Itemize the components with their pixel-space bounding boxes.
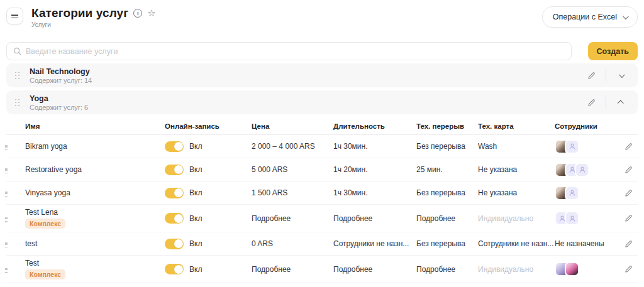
chevron-up-icon (617, 100, 623, 106)
service-name: Test (25, 259, 165, 268)
edit-service-button[interactable] (618, 185, 639, 201)
online-booking-toggle[interactable] (165, 239, 184, 249)
price-cell: 0 ARS (252, 239, 333, 248)
edit-service-button[interactable] (618, 161, 639, 178)
category-row[interactable]: Nail TechnologyСодержит услуг: 14 (6, 63, 638, 87)
tech-break-cell: Подробнее (416, 265, 478, 274)
column-header: Имя (25, 122, 165, 130)
online-booking-cell: Вкл (165, 213, 252, 224)
drag-handle-icon[interactable] (15, 99, 19, 106)
online-booking-toggle[interactable] (165, 213, 184, 224)
search-box[interactable] (6, 42, 572, 60)
service-row: testВкл0 ARSСотрудники не назн...Без пер… (6, 232, 638, 256)
category-row[interactable]: YogaСодержит услуг: 6 (6, 90, 638, 114)
edit-service-button[interactable] (618, 210, 639, 227)
pencil-icon (587, 99, 596, 107)
category-count: Содержит услуг: 6 (30, 104, 88, 111)
category-count: Содержит услуг: 14 (30, 77, 92, 84)
staff-cell (555, 186, 618, 200)
toggle-state-label: Вкл (189, 214, 202, 223)
person-icon (569, 189, 576, 197)
service-row: Vinyasa yogaВкл1 500 ARS1ч 30мин.Без пер… (6, 181, 638, 205)
employee-avatar-placeholder (575, 163, 589, 177)
expand-category-button[interactable] (610, 67, 631, 84)
top-bar: Категории услуг i ☆ Услуги Операции с Ex… (6, 6, 638, 35)
edit-service-button[interactable] (618, 261, 639, 278)
service-name: test (25, 239, 165, 248)
service-name-cell: test (25, 239, 165, 248)
online-booking-toggle[interactable] (165, 165, 184, 175)
service-name: Bikram yoga (25, 142, 165, 151)
pencil-icon (625, 265, 633, 273)
service-row: Restorative yogaВкл5 000 ARS1ч 20мин.25 … (6, 158, 638, 181)
table-body: Bikram yogaВкл2 000 – 4 000 ARS1ч 30мин.… (6, 135, 638, 283)
employee-avatar-placeholder (565, 186, 579, 200)
toggle-state-label: Вкл (189, 142, 202, 151)
pencil-icon (587, 72, 596, 80)
online-booking-cell: Вкл (165, 165, 252, 175)
staff-cell (555, 139, 618, 154)
pencil-icon (625, 240, 633, 248)
collapse-category-button[interactable] (610, 94, 631, 111)
info-icon[interactable]: i (133, 9, 142, 18)
online-booking-cell: Вкл (165, 264, 252, 274)
tech-card-cell: Индивидуально (478, 214, 555, 223)
staff-cell: Не назначены (555, 239, 618, 248)
duration-cell: 1ч 30мин. (333, 142, 416, 151)
column-header: Длительность (333, 122, 416, 130)
online-booking-toggle[interactable] (165, 141, 184, 152)
divider (606, 68, 606, 82)
complex-badge: Комплекс (25, 269, 65, 279)
search-input[interactable] (26, 47, 565, 56)
employee-avatar-placeholder (565, 139, 579, 154)
category-list: Nail TechnologyСодержит услуг: 14YogaСод… (6, 63, 638, 114)
edit-service-button[interactable] (618, 138, 639, 154)
employee-avatar (565, 262, 579, 276)
online-booking-cell: Вкл (165, 141, 252, 152)
toggle-state-label: Вкл (189, 188, 202, 197)
menu-icon (11, 14, 18, 18)
online-booking-toggle[interactable] (165, 264, 184, 274)
excel-operations-button[interactable]: Операции с Excel (542, 6, 638, 28)
chevron-down-icon (623, 13, 629, 19)
staff-cell (555, 262, 618, 276)
tech-break-cell: Без перерыва (416, 239, 478, 248)
staff-text: Не назначены (555, 239, 604, 248)
staff-cell (555, 211, 618, 225)
category-name: Yoga (30, 94, 88, 103)
column-header: Тех. карта (478, 122, 555, 130)
service-name-cell: Restorative yoga (25, 165, 165, 174)
service-row: TestКомплексВклПодробнееПодробнееПодробн… (6, 256, 638, 283)
tech-break-cell: Без перерыва (416, 188, 478, 197)
star-icon[interactable]: ☆ (147, 9, 155, 18)
column-header: Цена (252, 122, 333, 130)
menu-button[interactable] (6, 8, 23, 24)
tech-card-cell: Сотрудники не назн... (478, 239, 555, 248)
toggle-state-label: Вкл (189, 239, 202, 248)
complex-badge: Комплекс (25, 219, 65, 229)
excel-operations-label: Операции с Excel (553, 13, 617, 21)
online-booking-toggle[interactable] (165, 188, 184, 198)
tech-break-cell: Без перерыва (416, 142, 478, 151)
tech-card-cell: Не указана (478, 188, 555, 197)
toggle-state-label: Вкл (189, 165, 202, 174)
column-header: Тех. перерыв (416, 122, 478, 130)
duration-cell: 1ч 20мин. (333, 165, 416, 174)
online-booking-cell: Вкл (165, 239, 252, 249)
price-cell: Подробнее (252, 214, 333, 223)
tech-break-cell: 25 мин. (416, 165, 478, 174)
online-booking-cell: Вкл (165, 188, 252, 198)
edit-category-button[interactable] (580, 94, 602, 111)
duration-cell: Подробнее (333, 265, 416, 274)
edit-service-button[interactable] (618, 236, 639, 252)
breadcrumb: Услуги (31, 21, 156, 28)
table-header-row: ИмяОнлайн-записьЦенаДлительностьТех. пер… (6, 118, 638, 135)
drag-handle-icon[interactable] (15, 72, 19, 79)
search-icon (13, 47, 21, 55)
service-name: Restorative yoga (25, 165, 165, 174)
price-cell: 2 000 – 4 000 ARS (252, 142, 333, 151)
duration-cell: Сотрудники не назн... (333, 239, 416, 248)
create-button[interactable]: Создать (588, 42, 638, 60)
edit-category-button[interactable] (580, 67, 602, 84)
tech-break-cell: Подробнее (416, 214, 478, 223)
